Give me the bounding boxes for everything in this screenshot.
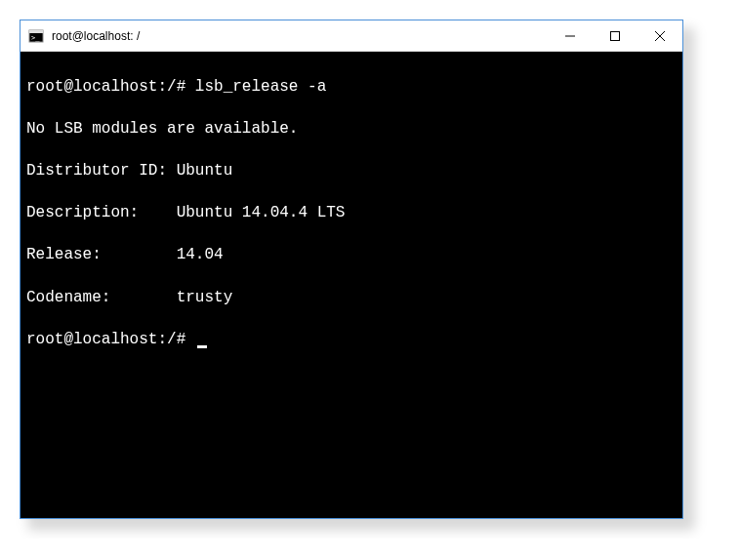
titlebar-left: >_ root@localhost: /: [28, 28, 140, 44]
terminal-line: Codename: trusty: [26, 288, 677, 309]
titlebar[interactable]: >_ root@localhost: /: [21, 20, 682, 52]
terminal-prompt: root@localhost:/#: [26, 331, 195, 348]
cursor-icon: [197, 345, 207, 348]
terminal-line: Distributor ID: Ubuntu: [26, 161, 677, 182]
terminal-line: No LSB modules are available.: [26, 119, 677, 140]
svg-text:>_: >_: [31, 34, 40, 42]
window-title: root@localhost: /: [52, 29, 140, 43]
terminal-line: root@localhost:/# lsb_release -a: [26, 77, 677, 99]
terminal-line: Description: Ubuntu 14.04.4 LTS: [26, 203, 677, 224]
terminal-line: Release: 14.04: [26, 245, 677, 266]
minimize-button[interactable]: [548, 20, 593, 52]
maximize-button[interactable]: [593, 20, 637, 52]
terminal-icon: >_: [28, 28, 44, 44]
svg-rect-1: [29, 30, 43, 33]
terminal-body[interactable]: root@localhost:/# lsb_release -a No LSB …: [21, 52, 682, 518]
svg-rect-4: [611, 31, 620, 40]
terminal-window: >_ root@localhost: / root@localhost:/# l…: [20, 20, 683, 519]
close-button[interactable]: [637, 20, 682, 52]
window-controls: [548, 20, 682, 51]
